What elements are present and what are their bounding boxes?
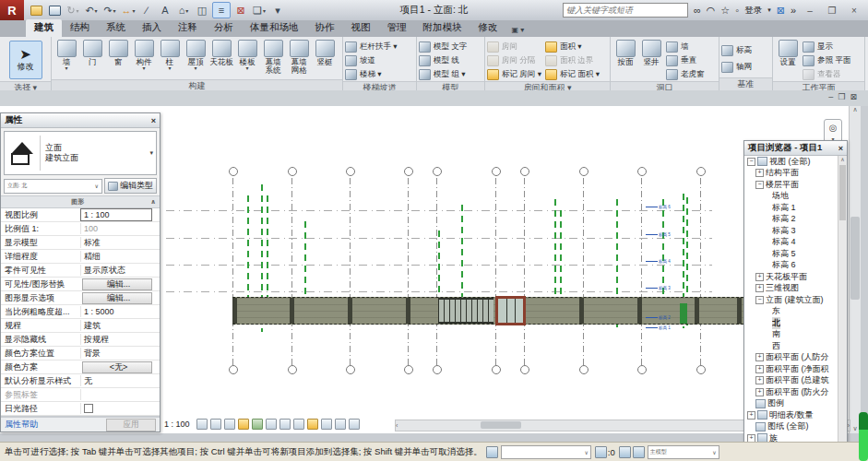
login-link[interactable]: 登录: [744, 5, 762, 17]
ribbon-button[interactable]: 老虎窗: [666, 68, 705, 81]
worksharing-icon[interactable]: [486, 446, 498, 458]
revit-logo[interactable]: R: [0, 0, 24, 20]
ribbon-tab[interactable]: 管理: [379, 19, 415, 37]
tree-item[interactable]: 南: [744, 329, 838, 341]
ribbon-tab[interactable]: 注释: [170, 19, 206, 37]
ribbon-button[interactable]: 幕墙 系统: [260, 39, 286, 79]
edit-type-button[interactable]: 编辑类型: [104, 178, 157, 194]
reveal-hidden-icon[interactable]: [307, 419, 318, 430]
ribbon-button[interactable]: 面积 ▾: [545, 41, 600, 53]
tree-expander-icon[interactable]: +: [755, 273, 764, 281]
search-input[interactable]: [563, 3, 688, 18]
project-browser-close-icon[interactable]: ×: [838, 144, 843, 153]
minimize-button[interactable]: –: [802, 6, 818, 16]
tree-item[interactable]: 标高 2: [744, 214, 838, 226]
favorites-star-icon[interactable]: ☆: [720, 5, 730, 17]
ribbon-button[interactable]: 模型 组 ▾: [419, 68, 467, 81]
tree-expander-icon[interactable]: +: [755, 376, 764, 384]
editing-requests-icon[interactable]: [595, 446, 607, 458]
property-value[interactable]: 背景: [80, 348, 160, 359]
view-close-icon[interactable]: ⊠: [850, 92, 857, 101]
tree-item[interactable]: +结构平面: [744, 168, 838, 180]
tree-item[interactable]: 图例: [744, 398, 838, 410]
ribbon-button[interactable]: 门: [79, 39, 105, 71]
ribbon-button[interactable]: 墙▾: [54, 39, 79, 71]
sync-icon[interactable]: ↻▾: [65, 3, 81, 18]
close-hidden-windows-icon[interactable]: ⊠: [232, 3, 249, 18]
redo-icon[interactable]: ↷▾: [101, 3, 118, 18]
crop-view-icon[interactable]: [266, 419, 277, 430]
ribbon-button[interactable]: 按面: [612, 39, 638, 71]
ribbon-tab[interactable]: 结构: [62, 19, 98, 37]
view-restore-icon[interactable]: ❐: [838, 92, 845, 101]
level-marker[interactable]: 标高 2: [646, 315, 671, 320]
property-value[interactable]: 标准: [80, 237, 160, 248]
open-icon[interactable]: [28, 3, 44, 18]
ribbon-button[interactable]: 楼梯 ▾: [345, 68, 398, 81]
ribbon-tab[interactable]: 协作: [307, 19, 343, 37]
worksharing-display-icon[interactable]: [349, 419, 360, 430]
tree-expander-icon[interactable]: −: [755, 296, 764, 304]
ribbon-button[interactable]: 墙: [666, 41, 705, 53]
ribbon-state-toggle-icon[interactable]: ▣ ▾: [512, 26, 525, 37]
infocenter-collapse-icon[interactable]: »: [791, 5, 796, 16]
subscription-icon[interactable]: ◠: [707, 5, 716, 17]
ribbon-button[interactable]: 栏杆扶手 ▾: [345, 41, 398, 53]
tree-item[interactable]: 西: [744, 340, 838, 352]
apply-button[interactable]: 应用: [106, 419, 156, 431]
tree-expander-icon[interactable]: +: [755, 284, 764, 292]
ribbon-tab[interactable]: 插入: [134, 19, 170, 37]
section-icon[interactable]: ◫: [194, 3, 210, 18]
property-value[interactable]: <无>: [82, 361, 152, 373]
type-selector-dropdown-icon[interactable]: ▾: [149, 149, 156, 157]
tree-item[interactable]: 标高 4: [744, 237, 838, 249]
tree-expander-icon[interactable]: +: [755, 353, 764, 361]
customize-qat-icon[interactable]: ▾: [269, 3, 286, 18]
property-value[interactable]: 编辑...: [82, 292, 152, 304]
tree-item[interactable]: +明细表/数量: [744, 409, 838, 421]
sun-path-icon[interactable]: [238, 419, 249, 430]
search-icon[interactable]: ∞: [694, 5, 701, 16]
restore-button[interactable]: ❐: [824, 6, 840, 16]
ribbon-tab[interactable]: 体量和场地: [242, 19, 307, 37]
ribbon-tab[interactable]: 附加模块: [415, 19, 470, 37]
tree-item[interactable]: +天花板平面: [744, 271, 838, 283]
ribbon-button[interactable]: 竖梃: [312, 39, 338, 71]
project-browser-title-bar[interactable]: 项目浏览器 - 项目1 ×: [744, 141, 847, 156]
undo-icon[interactable]: ↶▾: [83, 3, 100, 18]
default-3d-view-icon[interactable]: ⌂▾: [175, 3, 192, 18]
ribbon-button[interactable]: 柱▾: [157, 39, 183, 71]
save-icon[interactable]: [46, 3, 63, 18]
view-minimize-icon[interactable]: –: [828, 92, 833, 101]
ribbon-button[interactable]: 楼板▾: [234, 39, 260, 71]
ribbon-button[interactable]: 模型 文字: [419, 41, 467, 53]
ribbon-tab[interactable]: 分析: [206, 19, 242, 37]
login-dropdown-icon[interactable]: ▾: [767, 6, 771, 14]
active-workset-dropdown[interactable]: ∨: [501, 445, 591, 459]
tree-item[interactable]: +三维视图: [744, 283, 838, 295]
ribbon-button[interactable]: 标记 面积 ▾: [545, 68, 600, 81]
tree-item[interactable]: 标高 6: [744, 260, 838, 272]
level-marker[interactable]: 标高 3: [646, 286, 671, 290]
level-marker[interactable]: 标高 5: [646, 232, 671, 237]
ribbon-button[interactable]: 设置: [775, 39, 801, 71]
tree-item[interactable]: 东: [744, 306, 838, 318]
exclude-options-icon[interactable]: [633, 446, 645, 458]
tree-expander-icon[interactable]: −: [747, 158, 755, 166]
design-options-icon[interactable]: [619, 446, 631, 458]
property-value[interactable]: 100: [80, 223, 160, 234]
tree-expander-icon[interactable]: +: [755, 169, 764, 177]
ribbon-button[interactable]: 窗: [105, 39, 131, 71]
aligned-dimension-icon[interactable]: ∕: [138, 3, 155, 18]
properties-title-bar[interactable]: 属性 ×: [1, 113, 160, 128]
switch-windows-icon[interactable]: ❏▾: [251, 3, 268, 18]
tree-item[interactable]: +面积平面 (人防分: [744, 352, 838, 364]
horizontal-scroll-thumb[interactable]: [481, 421, 521, 429]
tree-expander-icon[interactable]: +: [755, 365, 764, 373]
ribbon-button[interactable]: 参照 平面: [803, 54, 850, 67]
exchange-apps-icon[interactable]: ⊠: [777, 5, 785, 17]
ribbon-button[interactable]: 竖井: [638, 39, 664, 71]
property-value[interactable]: 无: [80, 375, 160, 386]
ribbon-tab[interactable]: 系统: [98, 19, 134, 37]
tree-expander-icon[interactable]: +: [747, 411, 755, 420]
